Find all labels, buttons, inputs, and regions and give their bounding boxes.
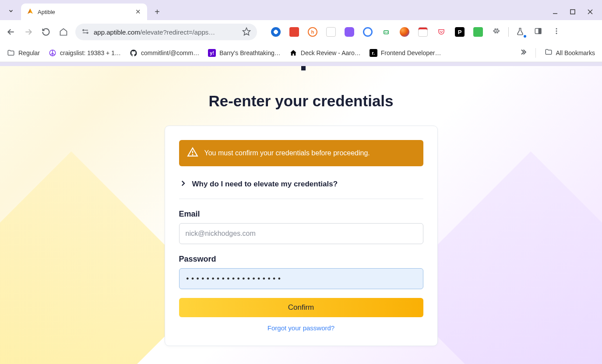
password-input[interactable] <box>179 268 423 289</box>
bookmark-deck-review[interactable]: Deck Review - Aaro… <box>289 49 361 57</box>
browser-tab-active[interactable]: Aptible ✕ <box>21 4 147 20</box>
bookmark-commitlint[interactable]: commitlint/@comm… <box>130 49 199 57</box>
bookmark-label: Frontend Developer… <box>381 49 441 56</box>
svg-point-25 <box>192 154 193 155</box>
maximize-button[interactable] <box>569 8 577 16</box>
svg-rect-16 <box>539 28 541 34</box>
chevron-right-icon <box>179 179 187 189</box>
github-icon <box>130 49 137 57</box>
separator <box>508 27 509 37</box>
aptible-favicon-icon <box>26 8 34 16</box>
extension-firefox-icon[interactable] <box>400 27 409 37</box>
extension-p-icon[interactable]: P <box>455 27 465 37</box>
address-bar[interactable]: app.aptible.com/elevate?redirect=/apps… <box>75 24 257 40</box>
extension-robot-icon[interactable] <box>381 27 391 37</box>
svg-point-13 <box>387 32 387 33</box>
extension-news-icon[interactable] <box>326 27 336 37</box>
expand-question-text: Why do I need to elevate my credentials? <box>192 180 338 189</box>
separator <box>535 48 536 58</box>
svg-point-8 <box>87 32 88 33</box>
all-bookmarks-button[interactable]: All Bookmarks <box>545 48 595 57</box>
chrome-menu-icon[interactable] <box>553 27 562 37</box>
extension-green-icon[interactable] <box>473 27 483 37</box>
svg-marker-10 <box>243 28 250 35</box>
password-label: Password <box>179 255 423 264</box>
svg-rect-1 <box>570 10 575 14</box>
extension-1password-icon[interactable] <box>271 27 281 37</box>
bookmarks-overflow-button[interactable] <box>519 48 527 58</box>
email-input[interactable] <box>179 223 423 244</box>
credentials-card: You must confirm your credentials before… <box>165 126 438 346</box>
bookmark-frontend-dev[interactable]: r. Frontend Developer… <box>370 49 441 57</box>
alert-banner: You must confirm your credentials before… <box>179 140 423 166</box>
confirm-button[interactable]: Confirm <box>179 298 423 317</box>
bookmark-label: craigslist: 19383 + 1… <box>60 49 121 56</box>
bookmarks-bar: Regular craigslist: 19383 + 1… commitlin… <box>0 44 602 62</box>
forgot-password-link[interactable]: Forgot your password? <box>179 324 423 332</box>
extension-blue-circle-icon[interactable] <box>363 27 373 37</box>
warning-triangle-icon <box>187 147 198 160</box>
back-button[interactable] <box>5 26 17 38</box>
bookmark-craigslist[interactable]: craigslist: 19383 + 1… <box>49 49 121 57</box>
bookmark-label: commitlint/@comm… <box>141 49 199 56</box>
reload-button[interactable] <box>40 26 52 38</box>
bookmark-barrys[interactable]: y! Barry's Breathtaking… <box>208 49 281 57</box>
bookmark-regular[interactable]: Regular <box>7 49 40 57</box>
new-tab-button[interactable]: + <box>151 5 164 18</box>
bookmark-label: Deck Review - Aaro… <box>301 49 361 56</box>
extension-pocket-icon[interactable] <box>437 27 446 37</box>
extension-purple-check-icon[interactable] <box>345 27 354 37</box>
bookmark-label: Barry's Breathtaking… <box>219 49 281 56</box>
home-button[interactable] <box>58 26 69 38</box>
forward-button[interactable] <box>23 26 34 38</box>
site-settings-icon[interactable] <box>81 28 89 37</box>
svg-point-12 <box>385 32 386 33</box>
sidepanel-icon[interactable] <box>534 27 544 37</box>
svg-point-19 <box>556 33 557 34</box>
page-content: Re-enter your credentials You must confi… <box>0 66 602 364</box>
tab-close-button[interactable]: ✕ <box>134 8 142 16</box>
peace-icon <box>49 49 56 57</box>
labs-flask-icon[interactable] <box>516 27 525 37</box>
extension-icons: h P <box>271 27 562 37</box>
yahoo-icon: y! <box>208 49 216 57</box>
address-bar-row: app.aptible.com/elevate?redirect=/apps… … <box>0 20 602 44</box>
roadmap-icon: r. <box>370 49 377 57</box>
browser-chrome: Aptible ✕ + <box>0 0 602 66</box>
folder-icon <box>545 48 553 57</box>
all-bookmarks-label: All Bookmarks <box>556 49 595 56</box>
extension-honey-icon[interactable]: h <box>308 27 317 37</box>
house-icon <box>289 49 297 57</box>
logo-fragment <box>301 66 306 70</box>
svg-rect-11 <box>384 31 389 34</box>
window-controls <box>551 8 602 16</box>
svg-point-17 <box>556 28 557 29</box>
extension-calendar-icon[interactable] <box>418 27 428 37</box>
extensions-puzzle-icon[interactable] <box>492 27 501 37</box>
tab-strip: Aptible ✕ + <box>0 0 602 20</box>
extension-todoist-icon[interactable] <box>289 27 299 37</box>
alert-message: You must confirm your credentials before… <box>204 149 370 157</box>
page-title: Re-enter your credentials <box>208 92 393 110</box>
svg-point-6 <box>83 29 84 31</box>
bookmark-star-icon[interactable] <box>242 27 251 37</box>
tab-title: Aptible <box>38 9 130 15</box>
minimize-button[interactable] <box>551 8 559 16</box>
bookmark-label: Regular <box>18 49 40 56</box>
folder-icon <box>7 49 15 57</box>
url-text: app.aptible.com/elevate?redirect=/apps… <box>94 28 238 36</box>
tabs-dropdown-button[interactable] <box>4 4 18 18</box>
email-label: Email <box>179 210 423 219</box>
expand-help-section[interactable]: Why do I need to elevate my credentials? <box>179 177 423 199</box>
close-window-button[interactable] <box>586 8 594 16</box>
svg-point-18 <box>556 31 557 32</box>
